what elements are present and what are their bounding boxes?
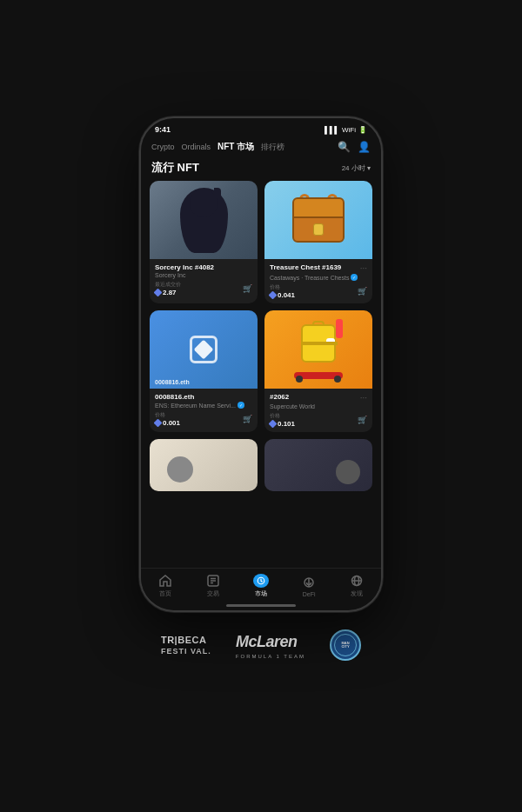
bottom-nav-exchange[interactable]: 交易: [205, 574, 221, 598]
mancity-logo: MANCITY: [330, 629, 361, 661]
cart-icon-ens[interactable]: 🛒: [243, 415, 252, 423]
exchange-icon: [205, 574, 221, 588]
nft-price-row-treasure: 价格 0.041 🛒: [270, 283, 367, 299]
mclaren-name: McLaren: [236, 631, 305, 653]
time-filter[interactable]: 24 小时 ▾: [342, 163, 371, 173]
nft-menu-dots-treasure[interactable]: ···: [360, 263, 367, 273]
price-value-supercute: 0.101: [270, 420, 295, 428]
nft-row-1: Sorcery Inc #4082 Sorcery Inc 最近成交价 2.87: [150, 181, 372, 303]
bottom-nav-market[interactable]: 市场: [253, 574, 269, 598]
price-block-sorcery: 最近成交价 2.87: [155, 281, 181, 296]
signal-icon: ▌▌▌: [325, 126, 339, 134]
tribeca-logo: TR|BECA FESTI VAL.: [161, 634, 211, 656]
nft-name-ens: 0008816.eth: [155, 393, 252, 401]
bottom-nav-home[interactable]: 首页: [157, 574, 173, 598]
mancity-text: MANCITY: [341, 642, 349, 649]
market-label: 市场: [255, 589, 267, 598]
status-bar: 9:41 ▌▌▌ WiFi 🔋: [141, 118, 381, 137]
chest-lid: [292, 197, 345, 218]
ens-address-overlay: 0008816.eth: [155, 379, 190, 385]
nft-price-row-sorcery: 最近成交价 2.87 🛒: [155, 281, 252, 296]
nft-name-treasure: Treasure Chest #1639: [270, 263, 341, 271]
svg-text:McLaren: McLaren: [236, 633, 298, 650]
wifi-icon: WiFi: [342, 126, 356, 134]
treasure-chest-figure: [292, 197, 345, 243]
skate-wheel-left: [296, 376, 303, 383]
eth-icon-treasure: [269, 291, 278, 300]
status-icons: ▌▌▌ WiFi 🔋: [325, 126, 367, 134]
eth-icon-sorcery: [154, 289, 163, 297]
mclaren-logo: McLaren FORMULA 1 TEAM: [236, 631, 305, 659]
nft-menu-dots-supercute[interactable]: ···: [360, 393, 367, 403]
phone-body: 9:41 ▌▌▌ WiFi 🔋 Crypto Ordinals NFT 市场 排…: [139, 116, 383, 612]
price-value-sorcery: 2.87: [155, 289, 181, 296]
nft-card-supercute[interactable]: #2062 ··· Supercute World 价格: [264, 310, 372, 432]
nft-card-treasure[interactable]: Treasure Chest #1639 ··· Castaways · Tre…: [264, 181, 372, 303]
suitcase-body: [301, 324, 336, 363]
discover-icon: [349, 574, 365, 588]
exchange-label: 交易: [207, 589, 219, 598]
silhouette-hair: [214, 188, 221, 198]
nft-collection-ens: ENS: Ethereum Name Servi... ✓: [155, 402, 252, 409]
defi-icon: [301, 576, 317, 589]
nft-name-supercute: #2062: [270, 393, 289, 401]
nft-image-ens: 0008816.eth: [150, 310, 258, 389]
price-block-ens: 价格 0.001: [155, 411, 180, 427]
section-title: 流行 NFT: [151, 160, 199, 176]
skate-wheel-right: [334, 376, 341, 383]
nft-card-partial-2[interactable]: [264, 439, 372, 491]
nft-info-sorcery: Sorcery Inc #4082 Sorcery Inc 最近成交价 2.87: [150, 259, 258, 301]
price-value-ens: 0.001: [155, 419, 180, 427]
nft-card-ens[interactable]: 0008816.eth 0008816.eth ENS: Ethereum Na…: [150, 310, 258, 432]
mancity-inner: MANCITY: [334, 634, 357, 656]
nft-card-partial-1[interactable]: [150, 439, 258, 491]
tribeca-line1: TR|BECA: [161, 635, 206, 645]
verified-badge-treasure: ✓: [351, 274, 358, 281]
nav-item-nft-market[interactable]: NFT 市场: [218, 141, 254, 153]
nft-collection-treasure: Castaways · Treasure Chests ✓: [270, 274, 367, 281]
nft-name-sorcery: Sorcery Inc #4082: [155, 263, 252, 271]
mclaren-subtitle: FORMULA 1 TEAM: [236, 654, 305, 659]
home-icon: [157, 574, 173, 588]
verified-badge-ens: ✓: [238, 402, 244, 409]
nav-item-ordinals[interactable]: Ordinals: [182, 143, 211, 151]
eth-icon-supercute: [269, 420, 278, 429]
suitcase-band: [303, 342, 338, 345]
nft-image-partial-2: [264, 439, 372, 491]
ens-diamond-shape: [194, 340, 214, 360]
nft-collection-sorcery: Sorcery Inc: [155, 272, 252, 278]
eth-icon-ens: [154, 419, 163, 428]
cart-icon-supercute[interactable]: 🛒: [358, 416, 367, 424]
cart-icon-treasure[interactable]: 🛒: [358, 287, 367, 296]
nft-card-sorcery[interactable]: Sorcery Inc #4082 Sorcery Inc 最近成交价 2.87: [150, 181, 258, 303]
price-block-supercute: 价格 0.101: [270, 412, 295, 428]
search-icon[interactable]: 🔍: [338, 141, 351, 153]
bottom-nav-discover[interactable]: 发现: [349, 574, 365, 598]
nft-grid: Sorcery Inc #4082 Sorcery Inc 最近成交价 2.87: [141, 181, 381, 568]
profile-icon[interactable]: 👤: [358, 141, 371, 153]
nav-bar: Crypto Ordinals NFT 市场 排行榜 🔍 👤: [141, 137, 381, 158]
spray-can: [336, 319, 343, 338]
price-block-treasure: 价格 0.041: [270, 283, 295, 299]
price-value-treasure: 0.041: [270, 291, 295, 299]
nav-item-crypto[interactable]: Crypto: [151, 143, 175, 151]
phone-frame: 9:41 ▌▌▌ WiFi 🔋 Crypto Ordinals NFT 市场 排…: [139, 116, 383, 612]
skate-character: [291, 317, 346, 383]
market-icon: [253, 574, 269, 588]
nft-price-row-supercute: 价格 0.101 🛒: [270, 412, 367, 428]
cart-icon-sorcery[interactable]: 🛒: [243, 284, 252, 293]
nft-image-supercute: [264, 310, 372, 389]
sponsors-section: TR|BECA FESTI VAL. McLaren FORMULA 1 TEA…: [144, 629, 378, 661]
ens-logo: [190, 336, 218, 363]
home-indicator: [226, 604, 296, 607]
bottom-nav-defi[interactable]: DeFi: [301, 576, 317, 597]
nft-info-supercute: #2062 ··· Supercute World 价格: [264, 389, 372, 432]
nft-info-treasure: Treasure Chest #1639 ··· Castaways · Tre…: [264, 259, 372, 303]
mancity-badge: MANCITY: [330, 629, 361, 661]
section-header: 流行 NFT 24 小时 ▾: [141, 158, 381, 181]
nft-info-ens: 0008816.eth ENS: Ethereum Name Servi... …: [150, 389, 258, 431]
nft-collection-supercute: Supercute World: [270, 403, 367, 409]
status-time: 9:41: [155, 125, 171, 134]
nft-image-partial-1: [150, 439, 258, 491]
nav-item-ranking[interactable]: 排行榜: [261, 142, 284, 153]
